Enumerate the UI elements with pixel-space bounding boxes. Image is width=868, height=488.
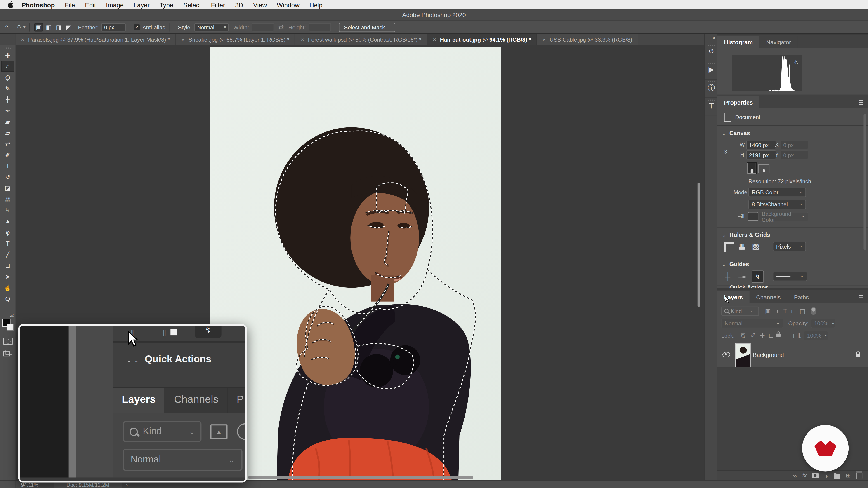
menu-file[interactable]: File bbox=[65, 1, 75, 8]
canvas-height-input[interactable]: 2191 px bbox=[746, 151, 776, 159]
menu-help[interactable]: Help bbox=[309, 1, 322, 8]
panel-menu-icon[interactable]: ☰ bbox=[858, 99, 864, 106]
layer-thumbnail[interactable] bbox=[735, 343, 751, 367]
toggle-grid-icon[interactable]: ▦ bbox=[737, 241, 747, 251]
sharpen-tool[interactable]: ▲ bbox=[1, 216, 14, 227]
subtract-from-selection-button[interactable]: ◨ bbox=[54, 23, 63, 31]
add-to-selection-button[interactable]: ◧ bbox=[44, 23, 53, 31]
collapse-panels-icon[interactable]: « bbox=[712, 35, 715, 40]
close-tab-icon[interactable]: × bbox=[21, 36, 24, 42]
quick-actions-section-header[interactable]: ⌄Quick Actions bbox=[722, 284, 768, 288]
clone-stamp-tool[interactable]: ⊤ bbox=[1, 160, 14, 171]
overlay-kind-select[interactable]: Kind ⌄ bbox=[123, 421, 202, 442]
layer-name[interactable]: Background bbox=[753, 351, 784, 358]
menu-filter[interactable]: Filter bbox=[211, 1, 225, 8]
lock-transparency-icon[interactable]: ▨ bbox=[740, 332, 746, 339]
tab-properties[interactable]: Properties bbox=[717, 96, 760, 108]
background-color-swatch[interactable] bbox=[6, 324, 14, 331]
panel-menu-icon[interactable]: ☰ bbox=[858, 294, 864, 301]
layer-filter-kind-select[interactable]: Kind bbox=[721, 306, 759, 316]
pen-tool[interactable]: ╱ bbox=[1, 249, 14, 260]
new-layer-icon[interactable]: ⊞ bbox=[846, 472, 851, 479]
document-tab[interactable]: × Forest walk.psd @ 50% (Contrast, RGB/1… bbox=[295, 33, 427, 45]
toolbar-grip-dots[interactable] bbox=[4, 48, 11, 49]
spot-healing-brush-tool[interactable]: ▰ bbox=[1, 116, 14, 127]
gradient-tool[interactable]: ▒ bbox=[1, 194, 14, 205]
guide-style-select[interactable] bbox=[773, 271, 807, 281]
canvas-width-input[interactable]: 1460 px bbox=[746, 140, 776, 149]
healing-brush-tool[interactable]: ▱ bbox=[1, 127, 14, 138]
feather-input[interactable]: 0 px bbox=[101, 23, 126, 31]
landscape-orientation-button[interactable] bbox=[758, 164, 770, 173]
move-tool[interactable]: ✚ bbox=[1, 50, 14, 61]
menu-edit[interactable]: Edit bbox=[85, 1, 96, 8]
screen-mode-button[interactable] bbox=[3, 350, 12, 356]
add-adjustment-layer-icon[interactable]: ◑ bbox=[825, 472, 828, 479]
intersect-selection-button[interactable]: ◩ bbox=[64, 23, 73, 31]
color-mode-select[interactable]: RGB Color bbox=[748, 188, 806, 197]
menu-view[interactable]: View bbox=[253, 1, 267, 8]
path-selection-tool[interactable]: ➤ bbox=[1, 271, 14, 282]
quick-selection-tool[interactable]: ✎ bbox=[1, 83, 14, 94]
units-select[interactable]: Pixels bbox=[773, 242, 806, 251]
document-tab[interactable]: × Parasols.jpg @ 37.9% (Hue/Saturation 1… bbox=[16, 33, 176, 45]
canvas-x-input[interactable]: 0 px bbox=[780, 140, 808, 149]
apple-icon[interactable] bbox=[8, 1, 14, 8]
add-layer-mask-icon[interactable] bbox=[812, 473, 819, 478]
lock-paint-icon[interactable]: ✐ bbox=[750, 332, 755, 339]
zoom-tool[interactable]: Q bbox=[1, 293, 14, 304]
guides-section-header[interactable]: ⌄Guides bbox=[722, 260, 749, 267]
layer-visibility-eye-icon[interactable] bbox=[722, 352, 730, 357]
menu-layer[interactable]: Layer bbox=[133, 1, 149, 8]
new-selection-button[interactable]: ▣ bbox=[34, 23, 43, 31]
fill-source-select[interactable]: Background Color bbox=[758, 212, 808, 221]
document-tab[interactable]: × USB Cable.jpg @ 33.3% (RGB/8) bbox=[537, 33, 638, 45]
eyedropper-tool[interactable]: ✒ bbox=[1, 105, 14, 116]
filter-toggle[interactable] bbox=[811, 307, 816, 315]
canvas-section-header[interactable]: ⌄Canvas bbox=[722, 129, 750, 136]
zoom-percentage[interactable]: 94.11% bbox=[21, 482, 54, 488]
lock-artboard-icon[interactable]: □ bbox=[769, 332, 773, 339]
overlay-blend-mode-select[interactable]: Normal⌄ bbox=[123, 449, 243, 471]
blend-mode-select[interactable]: Normal bbox=[721, 318, 783, 328]
menu-image[interactable]: Image bbox=[106, 1, 124, 8]
document-image[interactable] bbox=[211, 47, 501, 480]
menu-type[interactable]: Type bbox=[160, 1, 174, 8]
history-panel-button[interactable]: ↺ bbox=[705, 43, 718, 61]
lock-guides-icon[interactable]: ╪ bbox=[739, 272, 746, 281]
overlay-panel-tab[interactable]: P bbox=[228, 388, 247, 414]
document-tab[interactable]: × Hair cut-out.jpg @ 94.1% (RGB/8) * bbox=[428, 33, 537, 45]
type-tool[interactable]: T bbox=[1, 238, 14, 249]
overlay-panel-tab[interactable]: Channels bbox=[165, 388, 228, 414]
swap-colors-icon[interactable]: ⇄ bbox=[10, 313, 14, 318]
menu-3d[interactable]: 3D bbox=[235, 1, 243, 8]
anti-alias-checkbox[interactable]: ✓ bbox=[134, 24, 140, 30]
delete-layer-icon[interactable] bbox=[857, 473, 863, 479]
rulers-grids-section-header[interactable]: ⌄Rulers & Grids bbox=[722, 231, 770, 238]
warning-icon[interactable]: ⚠ bbox=[793, 59, 798, 65]
smart-guides-icon[interactable]: ↯ bbox=[752, 271, 764, 283]
overlay-filter-adjustment-icon[interactable] bbox=[237, 423, 247, 440]
menu-window[interactable]: Window bbox=[277, 1, 300, 8]
filter-pixel-layers-icon[interactable]: ▣ bbox=[765, 307, 771, 315]
content-aware-move-tool[interactable]: ⇄ bbox=[1, 138, 14, 149]
layer-effects-icon[interactable]: fx bbox=[802, 473, 807, 479]
close-tab-icon[interactable]: × bbox=[301, 36, 304, 42]
quick-mask-button[interactable] bbox=[3, 337, 12, 345]
horizontal-scrollbar[interactable] bbox=[248, 477, 473, 479]
tool-preset-icon[interactable]: ◌▾ bbox=[17, 23, 26, 31]
vertical-scrollbar[interactable] bbox=[698, 183, 700, 307]
width-input[interactable] bbox=[252, 23, 274, 31]
shape-tool[interactable]: □ bbox=[1, 260, 14, 271]
filter-smart-objects-icon[interactable]: ▤ bbox=[800, 307, 805, 315]
swap-dimensions-icon[interactable]: ⇄ bbox=[278, 24, 284, 30]
layer-fill-input[interactable]: 100% bbox=[804, 330, 828, 340]
link-layers-icon[interactable]: ∞ bbox=[793, 472, 797, 479]
dodge-tool[interactable]: φ bbox=[1, 227, 14, 238]
lock-move-icon[interactable]: ✚ bbox=[760, 332, 765, 339]
overlay-filter-image-icon[interactable]: ▲ bbox=[211, 424, 228, 439]
layer-row-background[interactable]: Background bbox=[717, 342, 868, 368]
close-tab-icon[interactable]: × bbox=[433, 36, 436, 42]
panel-tab[interactable]: Paths bbox=[787, 291, 815, 303]
filter-adjustment-layers-icon[interactable]: ◑ bbox=[775, 307, 779, 315]
